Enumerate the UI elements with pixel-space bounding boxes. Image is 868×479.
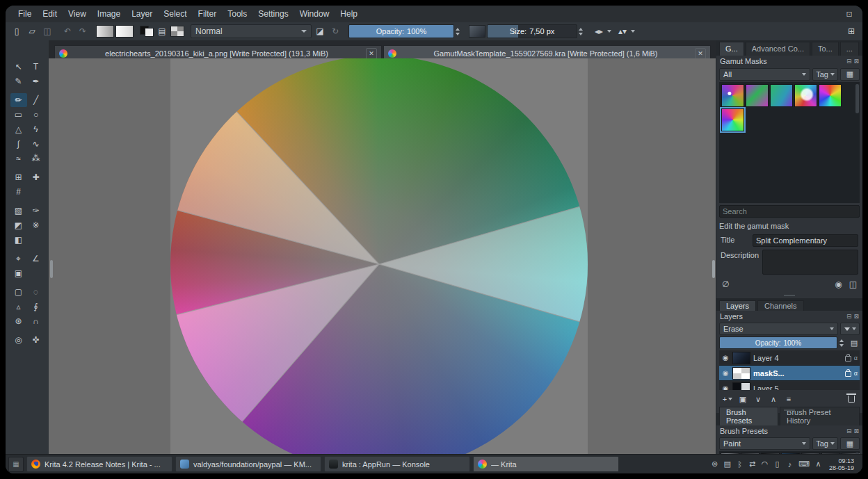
layer-row[interactable]: ◉ Layer 5 [719,381,860,390]
network-icon[interactable]: ⇄ [748,460,756,469]
gradient-tool[interactable]: ▧ [10,204,27,218]
brush-tag-button[interactable]: Tag [812,437,838,450]
freehand-path-tool[interactable]: ∿ [28,137,45,151]
menu-help[interactable]: Help [335,6,363,22]
status-icon[interactable]: ⊚ [711,460,718,469]
colorize-mask-tool[interactable]: ◩ [10,218,27,232]
line-tool[interactable]: ╱ [28,93,45,107]
mask-title-input[interactable] [753,234,858,247]
save-mask-button[interactable]: ◫ [849,279,857,289]
assistants-tool[interactable]: ⌖ [10,252,27,266]
polygonal-select-tool[interactable]: ▵ [10,300,27,314]
mirror-horizontal-icon[interactable]: ◂▸ [592,24,606,38]
brush-preview-swatch[interactable] [469,25,485,38]
freehand-select-tool[interactable]: ∮ [28,300,45,314]
keyboard-icon[interactable]: ⌨ [798,460,810,469]
magnetic-select-tool[interactable]: ∩ [28,314,45,328]
redo-button[interactable]: ↷ [76,24,90,38]
size-spinner[interactable] [579,28,586,35]
visibility-icon[interactable]: ◉ [721,369,730,377]
battery-icon[interactable]: ▯ [773,460,781,469]
layer-opacity-slider[interactable]: Opacity: 100% [719,336,837,349]
layer-list-options-button[interactable]: ▤ [849,337,860,348]
expand-tray-icon[interactable]: ∧ [814,460,822,469]
canvas-left-scroll-handle[interactable] [50,260,53,278]
tab-layers[interactable]: Layers [719,300,756,311]
gamut-mask-thumbnail[interactable] [770,84,793,107]
tab-channels[interactable]: Channels [757,300,803,311]
opacity-slider[interactable]: Opacity: 100% [348,24,454,38]
resource-scrollbar[interactable] [855,84,859,113]
task-konsole[interactable]: krita : AppRun — Konsole [324,456,470,472]
layer-row[interactable]: ◉ Layer 4 α [719,350,860,366]
layer-properties-button[interactable]: ≡ [783,393,794,405]
move-layer-up-button[interactable]: ∧ [768,393,779,405]
close-docker-icon[interactable]: ⊠ [853,428,859,435]
layer-blend-mode-select[interactable]: Erase [719,323,838,335]
bezier-curve-tool[interactable]: ∫ [10,137,27,151]
menu-filter[interactable]: Filter [193,6,223,22]
clear-mask-button[interactable]: ∅ [722,279,729,289]
move-tool[interactable]: ✚ [28,170,45,184]
menu-window[interactable]: Window [294,6,335,22]
mirror-vertical-options[interactable] [631,30,638,33]
document-canvas[interactable] [170,58,588,455]
transform-tool[interactable]: ⊞ [10,170,27,184]
gamut-mask-thumbnail[interactable] [746,84,769,107]
gamut-mask-thumbnail[interactable] [721,84,744,107]
polyline-tool[interactable]: ϟ [28,122,45,136]
menu-tools[interactable]: Tools [222,6,252,22]
reload-preset-button[interactable]: ↻ [328,24,342,38]
polygon-tool[interactable]: △ [10,122,27,136]
clock[interactable]: 09:13 28-05-19 [829,457,854,471]
reference-images-tool[interactable]: ▣ [10,266,27,280]
lock-icon[interactable] [845,371,851,377]
close-docker-icon[interactable]: ⊠ [853,313,859,320]
canvas-viewport[interactable] [49,58,716,455]
opacity-spinner[interactable] [456,28,463,35]
search-input[interactable] [719,205,860,218]
visibility-icon[interactable]: ◉ [721,384,730,390]
close-tab-icon[interactable]: ✕ [695,48,706,59]
pattern-chooser[interactable] [140,26,154,37]
measure-tool[interactable]: ∠ [28,252,45,266]
close-tab-icon[interactable]: ✕ [366,48,377,59]
docker-splitter[interactable] [716,293,862,298]
color-sampler-tool[interactable]: ✑ [28,204,45,218]
tab-tool-options[interactable]: To... [812,42,839,56]
fill-gradient-chooser[interactable] [115,25,134,38]
tab-advanced-color[interactable]: Advanced Co... [746,42,810,56]
show-desktop-button[interactable]: ▦ [8,457,24,472]
task-krita[interactable]: — Krita [473,456,619,472]
mirror-vertical-icon[interactable]: ▴▾ [616,24,629,38]
blend-mode-select[interactable]: Normal [191,24,312,38]
workspace-chooser-button[interactable]: ⊞ [844,24,858,38]
brush-view-mode-button[interactable]: ▦ [840,437,860,450]
save-button[interactable]: ◫ [40,24,54,38]
rectangular-select-tool[interactable]: ▢ [10,285,27,299]
preview-mask-button[interactable]: ◉ [835,279,842,289]
freehand-brush-tool[interactable]: ✏ [10,93,27,107]
delete-layer-button[interactable] [846,393,857,405]
alpha-icon[interactable]: α [854,370,858,377]
zoom-tool[interactable]: ◎ [10,333,27,347]
menu-edit[interactable]: Edit [37,6,63,22]
size-slider[interactable]: Size: 7,50 px [487,24,577,38]
mirror-horizontal-options[interactable] [607,30,614,33]
gamut-mask-thumbnail[interactable] [819,84,842,107]
add-layer-button[interactable]: + [722,393,733,405]
new-document-button[interactable]: ▯ [10,24,24,38]
gamut-mask-thumbnail[interactable] [794,84,817,107]
mask-description-input[interactable] [762,250,858,275]
open-document-button[interactable]: ▱ [25,24,39,38]
gradient-chooser[interactable] [96,25,114,38]
layer-filter-button[interactable] [840,323,860,335]
alpha-icon[interactable]: α [854,355,858,362]
docker-splitter[interactable] [716,407,862,413]
menu-select[interactable]: Select [158,6,192,22]
fill-tool[interactable]: ◧ [10,233,27,247]
lock-icon[interactable] [845,356,851,362]
eraser-mode-button[interactable]: ◪ [313,24,327,38]
duplicate-layer-button[interactable]: ▣ [737,393,748,405]
brush-preset-chooser[interactable] [170,26,184,37]
